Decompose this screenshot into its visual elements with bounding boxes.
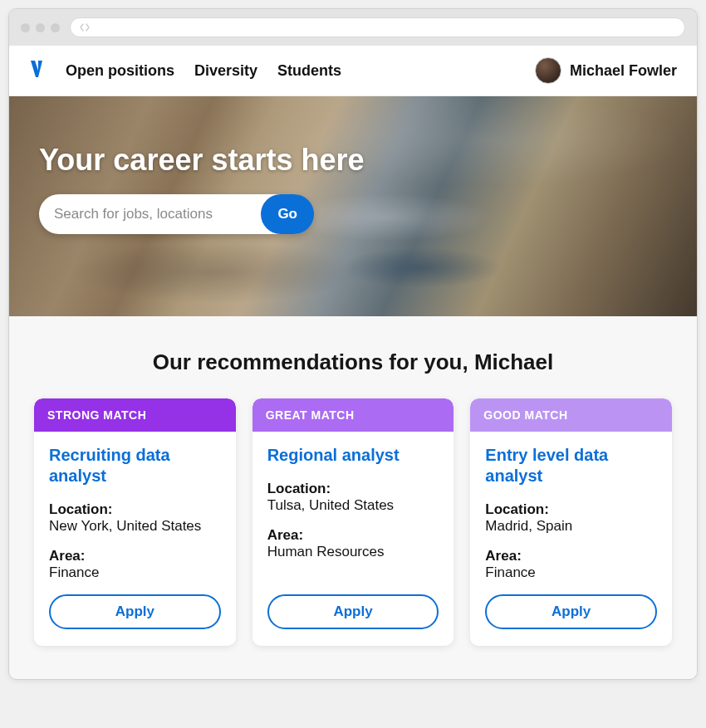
match-badge: STRONG MATCH	[34, 398, 236, 432]
window-dot	[51, 23, 60, 32]
apply-button[interactable]: Apply	[49, 594, 221, 629]
card-body: Entry level data analyst Location: Madri…	[470, 432, 672, 646]
area-label: Area:	[49, 548, 221, 564]
job-title-link[interactable]: Entry level data analyst	[485, 445, 657, 486]
apply-button[interactable]: Apply	[267, 594, 439, 629]
window-dot	[36, 23, 45, 32]
logo-icon[interactable]	[29, 59, 46, 82]
window-dot	[21, 23, 30, 32]
nav-open-positions[interactable]: Open positions	[66, 62, 174, 80]
avatar	[535, 57, 561, 84]
code-icon	[79, 22, 91, 32]
recommendations-section: Our recommendations for you, Michael STR…	[9, 316, 697, 679]
user-name: Michael Fowler	[570, 62, 677, 80]
hero-banner: Your career starts here Go	[9, 96, 697, 316]
site-header: Open positions Diversity Students Michae…	[9, 46, 697, 96]
location-value: New York, United States	[49, 518, 221, 535]
job-title-link[interactable]: Regional analyst	[267, 445, 439, 466]
location-label: Location:	[49, 501, 221, 518]
location-value: Tulsa, United States	[267, 497, 439, 514]
card-body: Recruiting data analyst Location: New Yo…	[34, 432, 236, 646]
search-go-button[interactable]: Go	[261, 194, 314, 234]
user-menu[interactable]: Michael Fowler	[535, 57, 677, 84]
area-value: Human Resources	[267, 544, 439, 560]
recommendations-title: Our recommendations for you, Michael	[34, 349, 672, 375]
cards-row: STRONG MATCH Recruiting data analyst Loc…	[34, 398, 672, 646]
search-wrap: Go	[39, 194, 313, 234]
job-title-link[interactable]: Recruiting data analyst	[49, 445, 221, 486]
job-card: STRONG MATCH Recruiting data analyst Loc…	[34, 398, 236, 646]
match-badge: GREAT MATCH	[252, 398, 454, 432]
location-label: Location:	[485, 501, 657, 518]
area-value: Finance	[485, 564, 657, 581]
search-input[interactable]	[54, 206, 261, 222]
main-nav: Open positions Diversity Students	[66, 62, 535, 80]
page: Open positions Diversity Students Michae…	[9, 46, 697, 679]
card-body: Regional analyst Location: Tulsa, United…	[252, 432, 454, 646]
area-label: Area:	[267, 527, 439, 544]
hero-headline: Your career starts here	[39, 143, 667, 178]
url-bar[interactable]	[70, 17, 685, 37]
traffic-lights	[21, 23, 60, 32]
area-label: Area:	[485, 548, 657, 564]
location-label: Location:	[267, 481, 439, 497]
apply-button[interactable]: Apply	[485, 594, 657, 629]
match-badge: GOOD MATCH	[470, 398, 672, 432]
area-value: Finance	[49, 564, 221, 581]
job-card: GOOD MATCH Entry level data analyst Loca…	[470, 398, 672, 646]
nav-diversity[interactable]: Diversity	[194, 62, 257, 80]
job-card: GREAT MATCH Regional analyst Location: T…	[252, 398, 454, 646]
browser-frame: Open positions Diversity Students Michae…	[8, 8, 698, 680]
browser-chrome	[9, 9, 697, 46]
location-value: Madrid, Spain	[485, 518, 657, 535]
nav-students[interactable]: Students	[277, 62, 341, 80]
